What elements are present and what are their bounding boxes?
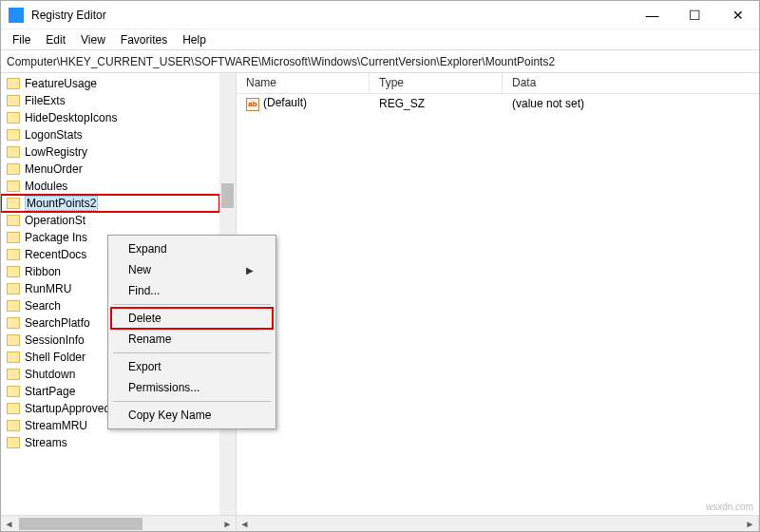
context-menu-permissions[interactable]: Permissions...	[111, 377, 273, 398]
horizontal-scrollbars: ◄ ► ◄ ►	[1, 515, 759, 531]
tree-item-label: LogonStats	[25, 128, 83, 142]
tree-horizontal-scrollbar[interactable]: ◄ ►	[1, 516, 237, 531]
menubar: File Edit View Favorites Help	[1, 29, 759, 50]
context-menu-expand[interactable]: Expand	[111, 238, 273, 259]
watermark: wsxdn.com	[706, 502, 753, 512]
tree-item-label: SearchPlatfo	[25, 316, 90, 330]
folder-icon	[7, 420, 20, 431]
tree-item-label: Shutdown	[25, 368, 75, 381]
menu-help[interactable]: Help	[175, 31, 214, 48]
close-button[interactable]: ✕	[716, 1, 759, 28]
tree-item-label: FileExts	[25, 94, 66, 107]
tree-item[interactable]: MenuOrder	[1, 161, 219, 178]
folder-icon	[7, 317, 20, 329]
address-bar[interactable]: Computer\HKEY_CURRENT_USER\SOFTWARE\Micr…	[1, 50, 759, 73]
tree-item-label: Search	[25, 299, 61, 313]
context-menu-new[interactable]: New▶	[111, 259, 273, 280]
scrollbar-thumb[interactable]	[19, 518, 142, 530]
folder-icon	[7, 78, 20, 89]
folder-icon	[7, 198, 20, 209]
menu-favorites[interactable]: Favorites	[113, 31, 175, 48]
tree-item-label: SessionInfo	[25, 333, 85, 347]
window-controls: — ☐ ✕	[631, 1, 759, 28]
values-panel: Name Type Data ab(Default) REG_SZ (value…	[237, 73, 759, 515]
folder-icon	[7, 352, 20, 363]
minimize-button[interactable]: —	[631, 1, 674, 28]
menu-file[interactable]: File	[5, 31, 38, 48]
regedit-icon	[9, 8, 24, 23]
tree-item[interactable]: FileExts	[1, 92, 219, 109]
submenu-arrow-icon: ▶	[246, 265, 254, 276]
scroll-left-icon[interactable]: ◄	[1, 519, 17, 529]
context-menu-copy-key-name[interactable]: Copy Key Name	[111, 405, 273, 426]
folder-icon	[7, 112, 20, 124]
tree-item-label: FeatureUsage	[25, 77, 97, 90]
values-horizontal-scrollbar[interactable]: ◄ ►	[237, 516, 759, 531]
tree-item-label: StreamMRU	[25, 419, 87, 432]
column-header-type[interactable]: Type	[370, 73, 503, 93]
menu-separator	[113, 352, 271, 353]
tree-item-label: StartupApproved	[25, 402, 110, 415]
menu-separator	[113, 304, 271, 305]
folder-icon	[7, 249, 20, 260]
tree-item-label: Package Ins	[25, 231, 87, 244]
tree-item-label: Ribbon	[25, 265, 61, 278]
tree-item-label: RecentDocs	[25, 248, 86, 261]
folder-icon	[7, 163, 20, 175]
value-row[interactable]: ab(Default) REG_SZ (value not set)	[237, 94, 759, 113]
tree-item-label: Shell Folder	[25, 351, 86, 364]
folder-icon	[7, 180, 20, 192]
value-type-cell: REG_SZ	[370, 97, 503, 110]
tree-item[interactable]: Modules	[1, 178, 219, 195]
scroll-left-icon[interactable]: ◄	[237, 519, 253, 529]
string-value-icon: ab	[246, 98, 259, 111]
context-menu-find[interactable]: Find...	[111, 280, 273, 301]
menu-view[interactable]: View	[73, 31, 113, 48]
value-name-cell: ab(Default)	[237, 96, 370, 111]
tree-item-label: MountPoints2	[25, 196, 98, 211]
folder-icon	[7, 266, 20, 277]
folder-icon	[7, 437, 20, 448]
tree-item[interactable]: FeatureUsage	[1, 75, 219, 92]
folder-icon	[7, 215, 20, 226]
menu-separator	[113, 401, 271, 402]
folder-icon	[7, 232, 20, 243]
context-menu-delete[interactable]: Delete	[111, 308, 273, 329]
folder-icon	[7, 146, 20, 158]
tree-item[interactable]: HideDesktopIcons	[1, 109, 219, 126]
tree-item[interactable]: MountPoints2	[1, 195, 219, 212]
folder-icon	[7, 129, 20, 141]
tree-item-label: Streams	[25, 436, 67, 449]
tree-item-label: Modules	[25, 180, 67, 193]
tree-item[interactable]: LowRegistry	[1, 143, 219, 161]
tree-item-label: RunMRU	[25, 282, 71, 295]
folder-icon	[7, 386, 20, 397]
folder-icon	[7, 334, 20, 346]
values-header: Name Type Data	[237, 73, 759, 94]
folder-icon	[7, 283, 20, 294]
tree-item[interactable]: OperationSt	[1, 212, 219, 229]
column-header-data[interactable]: Data	[503, 73, 759, 93]
scrollbar-thumb[interactable]	[221, 183, 234, 208]
scroll-right-icon[interactable]: ►	[742, 519, 758, 529]
window-title: Registry Editor	[31, 9, 631, 22]
scroll-right-icon[interactable]: ►	[219, 519, 236, 529]
folder-icon	[7, 95, 20, 106]
folder-icon	[7, 369, 20, 380]
value-name: (Default)	[263, 96, 307, 109]
context-menu-export[interactable]: Export	[111, 356, 273, 377]
tree-item[interactable]: LogonStats	[1, 126, 219, 143]
maximize-button[interactable]: ☐	[674, 1, 716, 28]
tree-item-label: StartPage	[25, 385, 75, 398]
tree-item-label: OperationSt	[25, 214, 86, 227]
address-path: Computer\HKEY_CURRENT_USER\SOFTWARE\Micr…	[7, 55, 555, 68]
value-data-cell: (value not set)	[503, 97, 759, 110]
tree-item-label: HideDesktopIcons	[25, 111, 117, 124]
tree-item-label: LowRegistry	[25, 145, 87, 159]
column-header-name[interactable]: Name	[237, 73, 370, 93]
menu-edit[interactable]: Edit	[38, 31, 73, 48]
tree-item[interactable]: Streams	[1, 434, 219, 451]
context-menu-rename[interactable]: Rename	[111, 329, 273, 350]
folder-icon	[7, 403, 20, 414]
folder-icon	[7, 300, 20, 312]
